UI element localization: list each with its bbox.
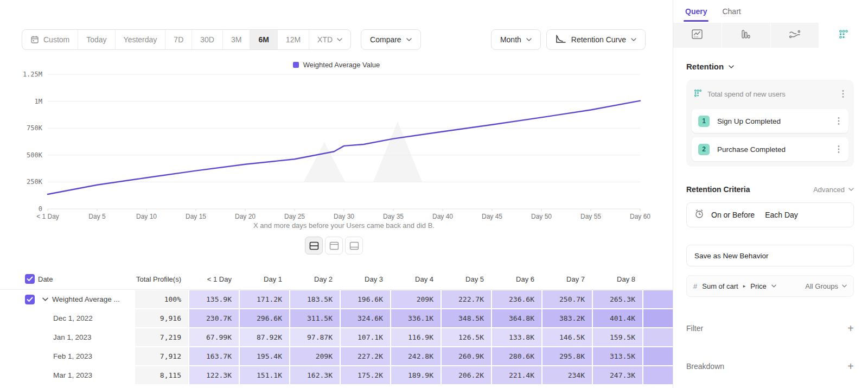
row-label-text: Mar 1, 2023 — [53, 371, 92, 379]
save-as-new-behavior-button[interactable]: Save as New Behavior — [686, 245, 854, 266]
retention-value-cell: 107.1K — [341, 328, 390, 346]
column-header[interactable]: Day 3 — [340, 275, 391, 283]
watermark-mountain — [373, 122, 422, 182]
criteria-card[interactable]: On or Before Each Day — [686, 202, 854, 227]
retention-value-cell: 311.5K — [290, 309, 340, 327]
y-axis-tick: 750K — [27, 124, 43, 132]
column-header[interactable]: < 1 Day — [189, 275, 239, 283]
advanced-label: Advanced — [813, 186, 845, 194]
chevron-down-icon[interactable] — [42, 297, 48, 301]
criteria-condition[interactable]: On or Before — [711, 211, 755, 219]
range-6m[interactable]: 6M — [250, 30, 277, 49]
retention-value-cell: 260.9K — [442, 347, 491, 365]
range-xtd[interactable]: XTD — [309, 30, 350, 49]
retention-value-cell: 206.2K — [442, 366, 491, 384]
flows-tab[interactable] — [771, 23, 820, 48]
column-header[interactable]: Day 7 — [542, 275, 592, 283]
measurement-sub-property[interactable]: Price — [750, 282, 767, 290]
y-axis-tick: 1M — [35, 98, 42, 105]
insights-tab[interactable] — [673, 23, 722, 48]
retention-value-cell: 230.7K — [189, 309, 239, 327]
kebab-menu-icon[interactable] — [835, 116, 842, 126]
retention-section-dropdown[interactable]: Retention — [686, 62, 854, 71]
measurement-property-dropdown[interactable]: Sum of cart — [702, 282, 738, 290]
chevron-down-icon — [337, 38, 342, 41]
x-axis-caption: X and more days before your Users came b… — [253, 221, 435, 230]
retention-value-cell: 236.6K — [492, 290, 541, 308]
column-header[interactable]: Day 4 — [391, 275, 441, 283]
retention-curve-icon — [556, 35, 566, 45]
retention-tab[interactable] — [819, 23, 868, 48]
alarm-clock-icon — [694, 209, 704, 221]
toolbar-right: Month Retention Curve — [491, 29, 646, 50]
row-label[interactable]: Weighted Average ... — [38, 290, 135, 309]
row-label[interactable]: Feb 1, 2023 — [38, 347, 135, 366]
range-label: 7D — [174, 35, 183, 44]
row-checkbox[interactable] — [25, 295, 35, 304]
range-3m[interactable]: 3M — [223, 30, 250, 49]
add-filter-button[interactable]: + — [847, 325, 854, 332]
total-profiles-cell: 100% — [135, 290, 188, 308]
range-label: 3M — [231, 35, 241, 44]
funnels-tab[interactable] — [722, 23, 771, 48]
column-header[interactable]: Date — [38, 275, 135, 283]
row-label[interactable]: Mar 1, 2023 — [38, 366, 135, 385]
retention-value-cell: 97.87K — [290, 328, 340, 346]
retention-value-cell: 146.5K — [542, 328, 592, 346]
compare-button[interactable]: Compare — [361, 29, 421, 50]
save-behavior-label: Save as New Behavior — [694, 252, 769, 260]
advanced-dropdown[interactable]: Advanced — [813, 186, 854, 194]
column-header[interactable]: Day 8 — [592, 275, 643, 283]
table-view-toggle[interactable] — [345, 237, 363, 255]
y-axis-tick: 250K — [27, 178, 43, 186]
row-label-text: Weighted Average ... — [52, 295, 120, 303]
x-axis-tick: Day 60 — [630, 213, 650, 220]
column-header[interactable]: Total Profile(s) — [135, 275, 189, 283]
add-breakdown-button[interactable]: + — [847, 362, 854, 370]
x-axis-tick: Day 45 — [482, 213, 502, 220]
range-today[interactable]: Today — [78, 30, 115, 49]
column-header[interactable]: Day 5 — [441, 275, 492, 283]
chart-view-toggle[interactable] — [325, 237, 343, 255]
table-row: Weighted Average ...100%135.9K171.2K183.… — [0, 290, 673, 309]
all-groups-dropdown[interactable]: All Groups — [805, 282, 847, 290]
chart-type-button[interactable]: Retention Curve — [546, 29, 646, 50]
select-all-checkbox[interactable] — [25, 274, 35, 284]
row-label[interactable]: Jan 1, 2023 — [38, 328, 135, 347]
retention-value-cell: 189.9K — [391, 366, 441, 384]
y-axis-tick: 0 — [39, 205, 42, 213]
column-header[interactable]: Day 2 — [290, 275, 340, 283]
retention-value-cell: 151.1K — [240, 366, 289, 384]
all-groups-label: All Groups — [805, 282, 838, 290]
x-axis-tick: Day 5 — [88, 213, 106, 220]
table-row: Mar 1, 20238,115122.3K151.1K162.3K175.2K… — [0, 366, 673, 385]
behavior-step-purchase-completed[interactable]: 2Purchase Completed — [692, 137, 848, 161]
retention-value-cell: 126.5K — [442, 328, 491, 346]
range-12m[interactable]: 12M — [278, 30, 309, 49]
x-axis-tick: < 1 Day — [36, 213, 59, 220]
range-custom[interactable]: Custom — [22, 30, 78, 49]
behavior-title-row[interactable]: Total spend of new users — [692, 85, 848, 105]
row-label[interactable]: Dec 1, 2022 — [38, 309, 135, 328]
kebab-menu-icon[interactable] — [840, 88, 846, 99]
criteria-period[interactable]: Each Day — [765, 211, 798, 219]
retention-value-cell: 222.7K — [442, 290, 491, 308]
y-axis-tick: 1.25M — [23, 71, 42, 78]
kebab-menu-icon[interactable] — [835, 144, 842, 155]
range-7d[interactable]: 7D — [165, 30, 192, 49]
range-yesterday[interactable]: Yesterday — [116, 30, 166, 49]
column-header[interactable]: Day 6 — [492, 275, 542, 283]
retention-value-cell: 163.7K — [189, 347, 239, 365]
granularity-button[interactable]: Month — [491, 29, 541, 50]
tab-chart[interactable]: Chart — [722, 7, 741, 16]
granularity-label: Month — [500, 35, 521, 44]
split-view-toggle[interactable] — [305, 237, 323, 255]
range-30d[interactable]: 30D — [192, 30, 223, 49]
tab-query[interactable]: Query — [685, 7, 707, 16]
behavior-step-sign-up-completed[interactable]: 1Sign Up Completed — [692, 109, 848, 133]
column-header[interactable]: Day 1 — [239, 275, 290, 283]
step-number-badge: 2 — [698, 144, 710, 155]
table-row: Dec 1, 20229,916230.7K296.6K311.5K324.6K… — [0, 309, 673, 328]
calendar-icon — [30, 35, 39, 44]
active-tab-underline — [684, 20, 709, 22]
